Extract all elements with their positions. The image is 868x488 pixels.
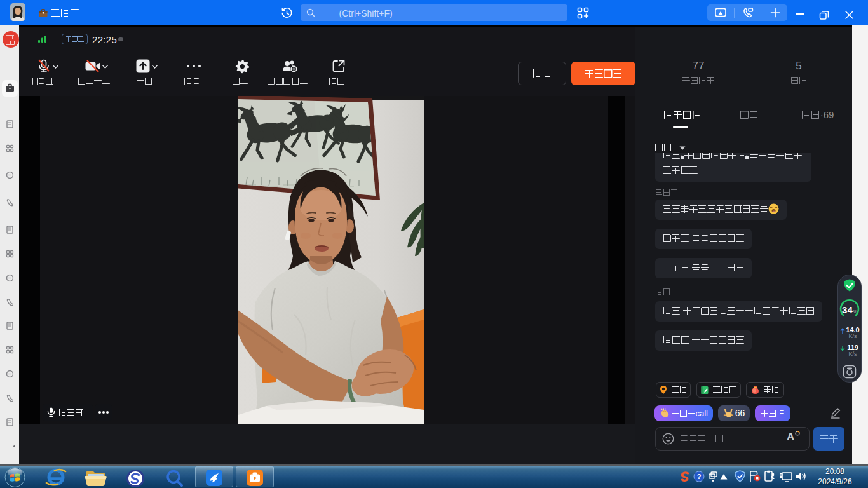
svg-text:?: ? (697, 473, 702, 480)
